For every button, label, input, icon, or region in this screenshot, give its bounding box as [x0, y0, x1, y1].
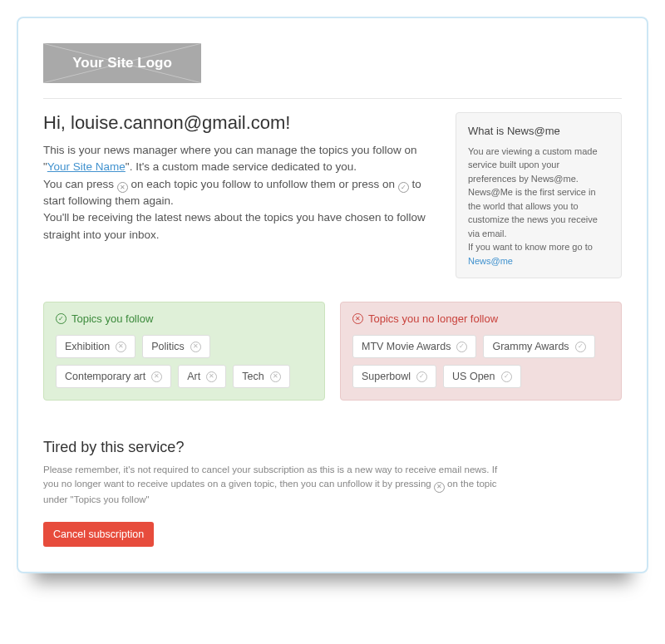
- follow-panel: ✓ Topics you follow Exhibition✕Politics✕…: [43, 302, 325, 401]
- intro-line2: You can press on each topic you follow t…: [43, 176, 439, 210]
- unfollow-panel: ✕ Topics you no longer follow MTV Movie …: [340, 302, 622, 401]
- topic-chip-label: Superbowl: [362, 371, 411, 382]
- check-icon: ✓: [56, 313, 66, 324]
- unfollow-icon: [434, 482, 445, 493]
- unfollow-icon[interactable]: ✕: [116, 342, 126, 352]
- sidebar-info: What is News@me You are viewing a custom…: [456, 112, 622, 278]
- intro-line3: You'll be receiving the latest news abou…: [43, 209, 439, 243]
- topic-chip[interactable]: Politics✕: [142, 335, 210, 358]
- logo-text: Your Site Logo: [72, 55, 172, 71]
- follow-chips: Exhibition✕Politics✕Contemporary art✕Art…: [56, 335, 313, 388]
- page-card: Your Site Logo Hi, louise.cannon@gmail.c…: [17, 17, 648, 573]
- follow-icon[interactable]: ✓: [501, 371, 512, 382]
- site-logo: Your Site Logo: [43, 43, 201, 83]
- sidebar-body: You are viewing a custom made service bu…: [468, 145, 609, 241]
- topic-chip-label: Grammy Awards: [492, 341, 569, 352]
- topic-chip[interactable]: US Open✓: [443, 365, 520, 388]
- sidebar-more: If you want to know more go to News@me: [468, 240, 609, 268]
- topic-chip[interactable]: Art✕: [178, 365, 226, 388]
- intro-text: This is your news manager where you can …: [43, 142, 439, 243]
- greeting: Hi, louise.cannon@gmail.com!: [43, 112, 439, 134]
- follow-icon: [398, 182, 409, 193]
- unfollow-icon: [117, 182, 128, 193]
- topic-panels: ✓ Topics you follow Exhibition✕Politics✕…: [43, 302, 622, 401]
- unfollow-chips: MTV Movie Awards✓Grammy Awards✓Superbowl…: [352, 335, 609, 388]
- topic-chip-label: Exhibition: [65, 341, 110, 352]
- topic-chip[interactable]: Grammy Awards✓: [483, 335, 594, 358]
- topic-chip-label: Art: [187, 371, 200, 382]
- follow-icon[interactable]: ✓: [456, 342, 467, 352]
- intro-line1: This is your news manager where you can …: [43, 142, 439, 176]
- topic-chip[interactable]: Tech✕: [233, 365, 289, 388]
- topic-chip-label: US Open: [452, 371, 495, 382]
- tired-section: Tired by this service? Please remember, …: [43, 439, 622, 547]
- tired-title: Tired by this service?: [43, 439, 622, 456]
- cancel-subscription-button[interactable]: Cancel subscription: [43, 522, 154, 547]
- follow-icon[interactable]: ✓: [575, 342, 586, 352]
- tired-body: Please remember, it's not required to ca…: [43, 463, 509, 507]
- topic-chip-label: Contemporary art: [65, 371, 145, 382]
- follow-icon[interactable]: ✓: [416, 371, 427, 382]
- divider: [43, 98, 622, 99]
- topic-chip-label: Politics: [151, 341, 185, 352]
- topic-chip[interactable]: Contemporary art✕: [56, 365, 171, 388]
- topic-chip-label: MTV Movie Awards: [362, 341, 451, 352]
- main-column: Hi, louise.cannon@gmail.com! This is you…: [43, 112, 439, 278]
- unfollow-icon[interactable]: ✕: [190, 342, 201, 352]
- sidebar-link[interactable]: News@me: [468, 256, 513, 266]
- topic-chip[interactable]: MTV Movie Awards✓: [352, 335, 476, 358]
- unfollow-panel-title: ✕ Topics you no longer follow: [352, 312, 609, 325]
- site-name-link[interactable]: Your Site Name: [47, 160, 126, 173]
- header-row: Hi, louise.cannon@gmail.com! This is you…: [43, 112, 622, 278]
- topic-chip[interactable]: Superbowl✓: [352, 365, 436, 388]
- sidebar-title: What is News@me: [468, 123, 609, 140]
- topic-chip-label: Tech: [242, 371, 264, 382]
- x-icon: ✕: [352, 313, 363, 324]
- follow-panel-title: ✓ Topics you follow: [56, 312, 313, 325]
- unfollow-icon[interactable]: ✕: [270, 371, 281, 382]
- unfollow-icon[interactable]: ✕: [151, 371, 162, 382]
- topic-chip[interactable]: Exhibition✕: [56, 335, 135, 358]
- unfollow-icon[interactable]: ✕: [206, 371, 217, 382]
